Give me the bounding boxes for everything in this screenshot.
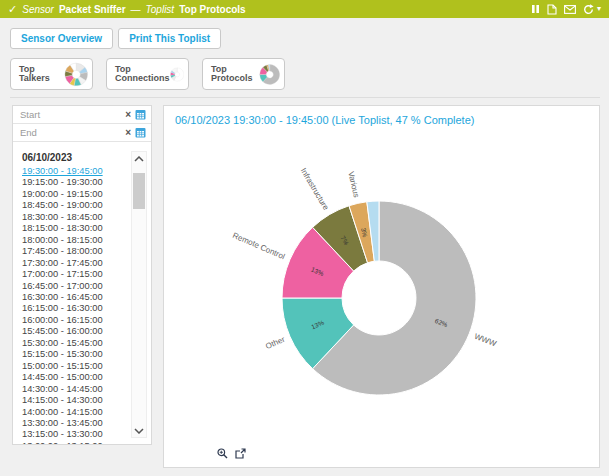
tab-top-talkers[interactable]: Top Talkers bbox=[10, 58, 93, 90]
toplist-title: 06/10/2023 19:30:00 - 19:45:00 (Live Top… bbox=[164, 106, 599, 126]
toplist-interval-link[interactable]: 19:15:00 - 19:30:00 bbox=[22, 177, 127, 188]
section-label: Toplist bbox=[146, 4, 175, 15]
segment-name-label: Various bbox=[346, 171, 361, 199]
clear-end-icon[interactable]: × bbox=[125, 128, 131, 138]
scroll-down-icon[interactable] bbox=[132, 424, 146, 437]
toplist-interval-link[interactable]: 14:45:00 - 15:00:00 bbox=[22, 372, 127, 383]
toolbar: Sensor Overview Print This Toplist bbox=[10, 28, 221, 49]
toplist-interval-link[interactable]: 19:30:00 - 19:45:00 bbox=[22, 166, 127, 177]
toplist-interval-link[interactable]: 13:00:00 - 13:15:00 bbox=[22, 441, 127, 444]
pause-icon[interactable] bbox=[531, 4, 540, 14]
toplist-interval-link[interactable]: 16:45:00 - 17:00:00 bbox=[22, 281, 127, 292]
toplist-interval-link[interactable]: 18:15:00 - 18:30:00 bbox=[22, 223, 127, 234]
end-date-row: × bbox=[13, 124, 151, 142]
status-ok-icon: ✓ bbox=[8, 3, 17, 16]
toplist-interval-link[interactable]: 18:45:00 - 19:00:00 bbox=[22, 200, 127, 211]
report-icon[interactable] bbox=[547, 4, 557, 15]
segment-name-label: WWW bbox=[473, 332, 498, 349]
interval-scrollbar[interactable] bbox=[131, 151, 147, 438]
toplist-interval-link[interactable]: 16:15:00 - 16:30:00 bbox=[22, 303, 127, 314]
toplist-interval-link[interactable]: 15:00:00 - 15:15:00 bbox=[22, 361, 127, 372]
toplist-interval-link[interactable]: 15:45:00 - 16:00:00 bbox=[22, 326, 127, 337]
zoom-icon[interactable] bbox=[217, 448, 228, 459]
protocols-donut-chart: 62%WWW13%Other13%Remote Control7%Infrast… bbox=[164, 128, 601, 462]
toplist-interval-link[interactable]: 14:00:00 - 14:15:00 bbox=[22, 407, 127, 418]
date-header: 06/10/2023 bbox=[22, 152, 127, 163]
toplist-interval-link[interactable]: 13:15:00 - 13:30:00 bbox=[22, 429, 127, 440]
toplist-interval-link[interactable]: 13:30:00 - 13:45:00 bbox=[22, 418, 127, 429]
toplist-interval-link[interactable]: 17:30:00 - 17:45:00 bbox=[22, 258, 127, 269]
email-icon[interactable] bbox=[564, 5, 576, 14]
toplist-interval-link[interactable]: 15:15:00 - 15:30:00 bbox=[22, 349, 127, 360]
toplist-tabs: Top Talkers Top Connections Top Protocol… bbox=[10, 58, 285, 90]
toplist-interval-link[interactable]: 14:15:00 - 14:30:00 bbox=[22, 395, 127, 406]
segment-name-label: Other bbox=[264, 335, 286, 351]
segment-name-label: Infrastructure bbox=[299, 166, 331, 212]
print-toplist-button[interactable]: Print This Toplist bbox=[118, 28, 221, 49]
segment-name-label: Remote Control bbox=[231, 231, 286, 262]
header-actions: ▾ bbox=[531, 4, 601, 15]
calendar-icon[interactable] bbox=[135, 127, 146, 138]
chart-actions bbox=[217, 448, 246, 459]
toplist-chart-panel: 06/10/2023 19:30:00 - 19:45:00 (Live Top… bbox=[163, 105, 600, 468]
clear-start-icon[interactable]: × bbox=[125, 110, 131, 120]
prtg-toplist-page: ✓ Sensor Packet Sniffer — Toplist Top Pr… bbox=[0, 0, 609, 476]
tab-top-connections[interactable]: Top Connections bbox=[106, 58, 189, 90]
object-kind-label: Sensor bbox=[22, 4, 54, 15]
toplist-interval-link[interactable]: 16:00:00 - 16:15:00 bbox=[22, 315, 127, 326]
sensor-name: Packet Sniffer bbox=[59, 4, 126, 15]
toplist-interval-link[interactable]: 18:00:00 - 18:15:00 bbox=[22, 235, 127, 246]
open-external-icon[interactable] bbox=[235, 448, 246, 459]
start-date-row: × bbox=[13, 106, 151, 124]
section-divider bbox=[10, 97, 600, 98]
start-date-input[interactable] bbox=[20, 109, 121, 120]
interval-list: 06/10/2023 19:30:00 - 19:45:0019:15:00 -… bbox=[13, 143, 127, 444]
page-title: Top Protocols bbox=[179, 4, 245, 15]
toplist-interval-link[interactable]: 16:30:00 - 16:45:00 bbox=[22, 292, 127, 303]
sensor-overview-button[interactable]: Sensor Overview bbox=[10, 28, 113, 49]
toplist-interval-link[interactable]: 18:30:00 - 18:45:00 bbox=[22, 212, 127, 223]
scrollbar-track[interactable] bbox=[132, 165, 146, 424]
pie-chart-icon bbox=[64, 61, 88, 88]
pie-chart-icon bbox=[170, 61, 185, 88]
toplist-interval-link[interactable]: 17:45:00 - 18:00:00 bbox=[22, 246, 127, 257]
separator-dash: — bbox=[131, 4, 141, 15]
tab-label: Top Protocols bbox=[211, 65, 259, 84]
toplist-interval-link[interactable]: 14:30:00 - 14:45:00 bbox=[22, 384, 127, 395]
title-bar: ✓ Sensor Packet Sniffer — Toplist Top Pr… bbox=[0, 0, 609, 18]
tab-label: Top Connections bbox=[115, 65, 170, 84]
refresh-icon[interactable] bbox=[583, 4, 594, 15]
pie-chart-icon bbox=[259, 61, 280, 88]
end-date-input[interactable] bbox=[20, 127, 121, 138]
scrollbar-thumb[interactable] bbox=[133, 173, 145, 209]
toplist-interval-link[interactable]: 15:30:00 - 15:45:00 bbox=[22, 338, 127, 349]
toplist-interval-link[interactable]: 17:00:00 - 17:15:00 bbox=[22, 269, 127, 280]
tab-label: Top Talkers bbox=[19, 65, 64, 84]
chevron-down-icon[interactable]: ▾ bbox=[597, 5, 601, 13]
scroll-up-icon[interactable] bbox=[132, 152, 146, 165]
tab-top-protocols[interactable]: Top Protocols bbox=[202, 58, 285, 90]
calendar-icon[interactable] bbox=[135, 109, 146, 120]
toplist-interval-link[interactable]: 19:00:00 - 19:15:00 bbox=[22, 189, 127, 200]
interval-filter-panel: × × 06/10/2023 19:30:00 - 19:45:0019:15:… bbox=[12, 105, 152, 445]
